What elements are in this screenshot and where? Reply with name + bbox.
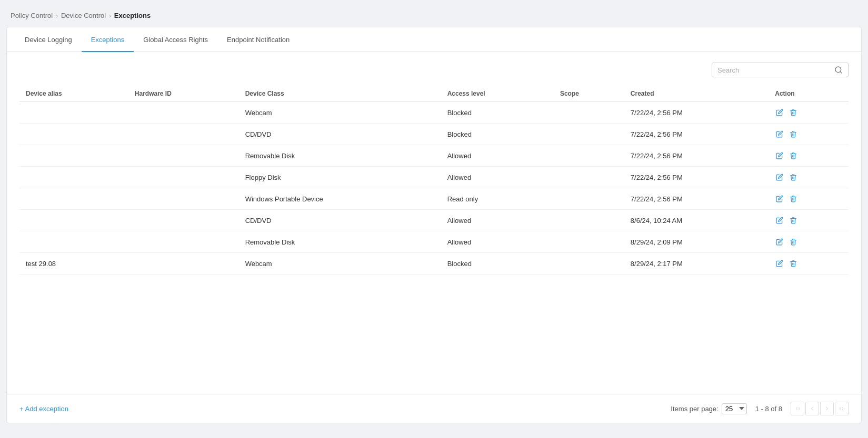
cell-access-level: Allowed <box>441 167 554 188</box>
cell-action <box>769 167 849 188</box>
next-page-icon <box>824 405 830 412</box>
delete-icon <box>790 260 797 267</box>
cell-access-level: Allowed <box>441 231 554 253</box>
last-page-icon <box>839 405 845 412</box>
tabs-bar: Device Logging Exceptions Global Access … <box>7 27 861 52</box>
delete-icon <box>790 152 797 159</box>
toolbar <box>19 63 849 77</box>
table-row: test 29.08WebcamBlocked8/29/24, 2:17 PM <box>19 253 849 274</box>
breadcrumb-current: Exceptions <box>114 12 151 19</box>
delete-button[interactable] <box>789 259 798 268</box>
cell-device-class: Webcam <box>239 102 441 124</box>
per-page-select[interactable]: 25 10 50 100 <box>722 403 747 414</box>
edit-button[interactable] <box>775 237 784 247</box>
cell-action <box>769 253 849 274</box>
cell-scope <box>554 210 624 231</box>
edit-button[interactable] <box>775 129 784 139</box>
pager-last-button[interactable] <box>835 402 849 415</box>
tab-endpoint-notification[interactable]: Endpoint Notification <box>217 27 299 52</box>
cell-access-level: Read only <box>441 188 554 210</box>
cell-created: 8/29/24, 2:17 PM <box>624 253 769 274</box>
table-row: CD/DVDAllowed8/6/24, 10:24 AM <box>19 210 849 231</box>
cell-scope <box>554 124 624 145</box>
cell-action <box>769 210 849 231</box>
delete-button[interactable] <box>789 216 798 225</box>
cell-created: 7/22/24, 2:56 PM <box>624 167 769 188</box>
delete-icon <box>790 109 797 116</box>
tab-exceptions[interactable]: Exceptions <box>82 27 134 52</box>
edit-icon <box>776 260 783 267</box>
col-scope: Scope <box>554 86 624 102</box>
breadcrumb-device-control[interactable]: Device Control <box>61 12 106 19</box>
breadcrumb-policy-control[interactable]: Policy Control <box>11 12 53 19</box>
delete-button[interactable] <box>789 129 798 139</box>
page-info: 1 - 8 of 8 <box>755 405 782 413</box>
cell-hardware-id <box>128 145 239 167</box>
cell-device-class: Webcam <box>239 253 441 274</box>
cell-action <box>769 124 849 145</box>
cell-device-alias <box>19 167 128 188</box>
cell-scope <box>554 102 624 124</box>
prev-page-icon <box>809 405 815 412</box>
edit-icon <box>776 109 783 116</box>
edit-button[interactable] <box>775 194 784 203</box>
table-row: Windows Portable DeviceRead only7/22/24,… <box>19 188 849 210</box>
edit-icon <box>776 238 783 246</box>
cell-access-level: Blocked <box>441 102 554 124</box>
tab-global-access-rights[interactable]: Global Access Rights <box>134 27 217 52</box>
pager-prev-button[interactable] <box>805 402 819 415</box>
cell-scope <box>554 188 624 210</box>
cell-access-level: Allowed <box>441 145 554 167</box>
breadcrumb: Policy Control › Device Control › Except… <box>6 6 862 27</box>
search-box <box>712 63 849 77</box>
cell-hardware-id <box>128 124 239 145</box>
delete-button[interactable] <box>789 237 798 247</box>
edit-button[interactable] <box>775 172 784 182</box>
delete-button[interactable] <box>789 151 798 160</box>
cell-device-alias: test 29.08 <box>19 253 128 274</box>
edit-button[interactable] <box>775 259 784 268</box>
cell-scope <box>554 253 624 274</box>
cell-device-class: Removable Disk <box>239 231 441 253</box>
cell-device-alias <box>19 124 128 145</box>
main-card: Device Logging Exceptions Global Access … <box>6 27 862 423</box>
svg-line-1 <box>840 72 842 73</box>
search-input[interactable] <box>717 66 834 74</box>
breadcrumb-sep-2: › <box>109 13 111 19</box>
cell-created: 7/22/24, 2:56 PM <box>624 102 769 124</box>
delete-button[interactable] <box>789 172 798 182</box>
delete-icon <box>790 238 797 246</box>
cell-hardware-id <box>128 253 239 274</box>
add-exception-button[interactable]: + Add exception <box>19 405 68 413</box>
cell-device-alias <box>19 145 128 167</box>
delete-button[interactable] <box>789 108 798 117</box>
pager-next-button[interactable] <box>820 402 834 415</box>
cell-created: 7/22/24, 2:56 PM <box>624 145 769 167</box>
edit-icon <box>776 195 783 202</box>
table-header-row: Device alias Hardware ID Device Class Ac… <box>19 86 849 102</box>
exceptions-table: Device alias Hardware ID Device Class Ac… <box>19 86 849 274</box>
table-row: Removable DiskAllowed8/29/24, 2:09 PM <box>19 231 849 253</box>
cell-device-class: Windows Portable Device <box>239 188 441 210</box>
tab-device-logging[interactable]: Device Logging <box>15 27 82 52</box>
cell-device-class: CD/DVD <box>239 124 441 145</box>
col-device-class: Device Class <box>239 86 441 102</box>
delete-button[interactable] <box>789 194 798 203</box>
cell-device-alias <box>19 231 128 253</box>
items-per-page-label: Items per page: <box>671 405 718 413</box>
cell-created: 8/6/24, 10:24 AM <box>624 210 769 231</box>
cell-hardware-id <box>128 210 239 231</box>
delete-icon <box>790 130 797 138</box>
cell-created: 7/22/24, 2:56 PM <box>624 188 769 210</box>
edit-button[interactable] <box>775 108 784 117</box>
cell-scope <box>554 167 624 188</box>
edit-button[interactable] <box>775 151 784 160</box>
content-area: Device alias Hardware ID Device Class Ac… <box>7 52 861 394</box>
cell-device-class: Removable Disk <box>239 145 441 167</box>
edit-button[interactable] <box>775 216 784 225</box>
search-button[interactable] <box>834 66 843 74</box>
pager-first-button[interactable] <box>791 402 804 415</box>
col-access-level: Access level <box>441 86 554 102</box>
search-icon <box>834 66 843 74</box>
cell-device-alias <box>19 102 128 124</box>
